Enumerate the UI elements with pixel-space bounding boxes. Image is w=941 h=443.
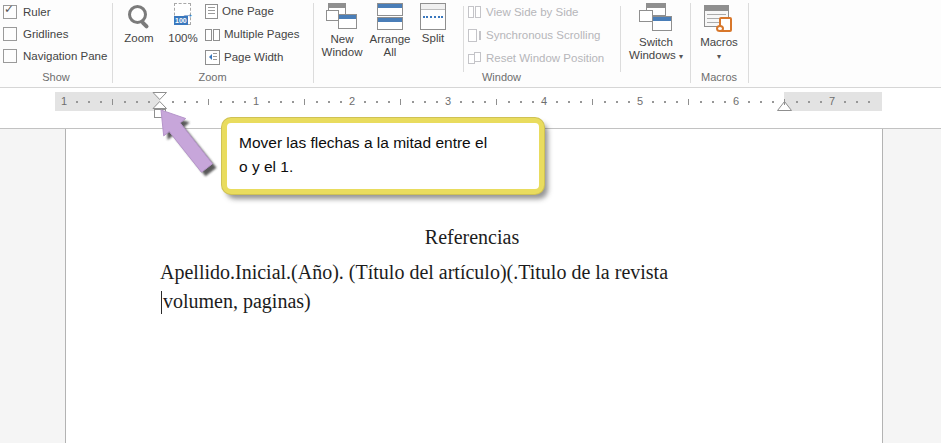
new-window-icon (326, 3, 358, 31)
ruler-tick (436, 101, 438, 103)
synchronous-scrolling-button: Synchronous Scrolling (468, 27, 600, 43)
ruler-tick (508, 101, 510, 103)
ruler-tick (688, 99, 689, 105)
annotation-arrow-body (161, 110, 213, 172)
new-window-label: New Window (318, 33, 366, 59)
window-group-label: Window (313, 71, 690, 85)
zoom-button-label: Zoom (117, 32, 161, 45)
ruler-tick (328, 101, 330, 103)
switch-windows-button[interactable]: Switch Windows ▾ (624, 0, 688, 70)
ruler-tick (340, 101, 342, 103)
navigation-pane-checkbox[interactable] (3, 49, 17, 63)
ruler-tick (280, 101, 282, 103)
navigation-pane-checkbox-row[interactable]: Navigation Pane (3, 48, 107, 63)
ruler-tick (316, 101, 318, 103)
split-label: Split (415, 32, 451, 45)
ruler-tick (124, 101, 126, 103)
ruler-tick (580, 101, 582, 103)
split-icon (420, 3, 446, 30)
navigation-pane-checkbox-label: Navigation Pane (23, 50, 107, 62)
switch-windows-icon (639, 3, 673, 34)
multiple-pages-icon (205, 28, 220, 41)
one-page-label: One Page (222, 5, 274, 17)
ruler-tick (760, 101, 762, 103)
ruler-tick (100, 101, 102, 103)
zoom-100-label: 100% (161, 32, 205, 45)
document-body-line: volumen, paginas) (163, 290, 563, 313)
new-window-button[interactable]: New Window (318, 0, 366, 70)
ruler-tick (112, 99, 113, 105)
split-button[interactable]: Split (415, 0, 451, 70)
page-width-button[interactable]: Page Width (205, 49, 283, 65)
switch-windows-label: Switch Windows ▾ (624, 36, 688, 63)
zoom-100-button[interactable]: → 100 100% (161, 0, 205, 70)
ruler-tick (712, 101, 714, 103)
ruler-tick (868, 101, 870, 103)
one-page-button[interactable]: One Page (205, 3, 274, 19)
gridlines-checkbox-row[interactable]: Gridlines (3, 26, 68, 41)
synchronous-scrolling-icon (468, 29, 482, 42)
ruler-number: 1 (253, 95, 259, 107)
ruler-tick (76, 101, 78, 103)
ruler-tick (748, 101, 750, 103)
view-side-by-side-label: View Side by Side (486, 6, 578, 18)
gridlines-checkbox[interactable] (3, 27, 17, 41)
ruler-tick (676, 101, 678, 103)
ruler-tick (484, 101, 486, 103)
check-icon: ✓ (4, 2, 14, 16)
ruler-tick (784, 99, 785, 105)
multiple-pages-button[interactable]: Multiple Pages (205, 26, 299, 42)
ruler-number: 4 (541, 95, 547, 107)
ruler-tick (460, 101, 462, 103)
ruler-tick (88, 101, 90, 103)
inner-separator (463, 6, 464, 72)
macros-button-label: Macros▾ (694, 36, 744, 63)
one-page-icon (205, 4, 218, 19)
ruler-tick (820, 101, 822, 103)
view-side-by-side-button: View Side by Side (468, 4, 578, 20)
ruler-checkbox-row[interactable]: ✓ Ruler (3, 4, 50, 19)
zoom-group-label: Zoom (112, 71, 313, 85)
page-width-label: Page Width (224, 51, 283, 63)
ruler-number: 7 (829, 95, 835, 107)
ruler-tick (856, 101, 858, 103)
ruler-tick (796, 101, 798, 103)
ruler-tick (664, 101, 666, 103)
reset-window-position-icon (468, 52, 482, 65)
ruler-tick (532, 101, 534, 103)
arrange-all-button[interactable]: Arrange All (366, 0, 414, 70)
ruler-number: 6 (733, 95, 739, 107)
ruler-tick (772, 101, 774, 103)
document-body-line: Apellido.Inicial.(Año). (Título del artí… (160, 261, 820, 284)
zoom-100-icon: → 100 (170, 3, 196, 30)
word-view-ribbon-screen: ✓ Ruler Gridlines Navigation Pane Show Z… (0, 0, 941, 443)
ruler-tick (568, 101, 570, 103)
ruler-checkbox[interactable]: ✓ (3, 5, 17, 19)
callout-text: Mover las flechas a la mitad entre el o … (227, 123, 539, 189)
group-separator (748, 3, 749, 83)
ruler-tick (400, 99, 401, 105)
ruler-tick (268, 101, 270, 103)
ruler-number: 3 (445, 95, 451, 107)
gridlines-checkbox-label: Gridlines (23, 28, 68, 40)
dropdown-caret-icon: ▾ (679, 52, 683, 61)
ruler-tick (652, 101, 654, 103)
magnifier-icon (126, 3, 152, 30)
macros-button[interactable]: Macros▾ (694, 0, 744, 70)
show-group-label: Show (0, 71, 112, 85)
zoom-button[interactable]: Zoom (117, 0, 161, 70)
reset-window-position-label: Reset Window Position (486, 52, 604, 64)
ruler-tick (616, 101, 618, 103)
ruler-tick (700, 101, 702, 103)
document-title: Referencias (160, 226, 784, 249)
synchronous-scrolling-label: Synchronous Scrolling (486, 29, 600, 41)
ruler-number: 2 (349, 95, 355, 107)
ruler-tick (520, 101, 522, 103)
ruler-tick (808, 101, 810, 103)
inner-separator (620, 6, 621, 72)
ruler-tick (364, 101, 366, 103)
arrange-all-label: Arrange All (366, 33, 414, 59)
zoom-100-badge: 100 (174, 16, 188, 25)
ruler-tick (304, 99, 305, 105)
ruler-number: 1 (61, 95, 67, 107)
